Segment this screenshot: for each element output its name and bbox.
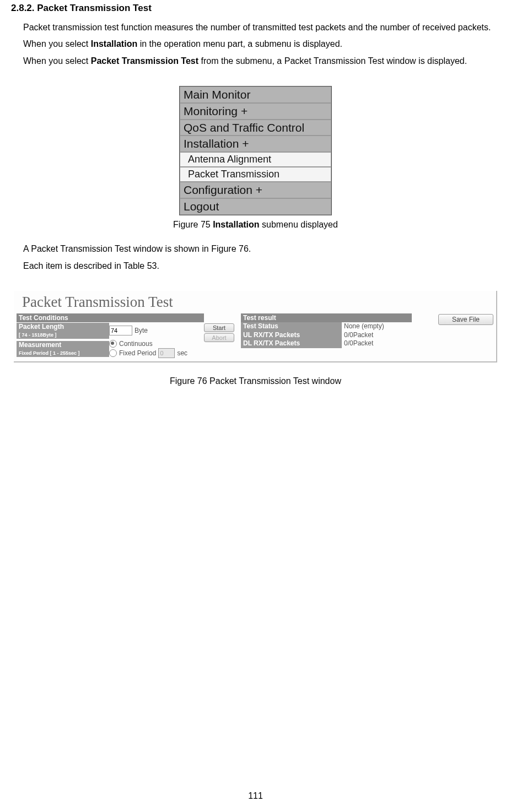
text-bold: Packet Transmission Test (91, 56, 198, 66)
test-conditions-header: Test Conditions (17, 313, 204, 322)
figure-75-caption: Figure 75 Installation submenu displayed (11, 220, 500, 230)
dl-packets-value: 0/0Packet (342, 339, 412, 348)
ul-packets-label: UL RX/TX Packets (241, 331, 342, 340)
continuous-label: Continuous (119, 340, 153, 348)
test-conditions-panel: Test Conditions Packet Length [ 74 - 151… (17, 313, 204, 359)
text: Packet Length (19, 323, 64, 331)
section-heading: 2.8.2. Packet Transmission Test (11, 3, 500, 14)
fixed-period-input[interactable] (158, 348, 175, 358)
start-button[interactable]: Start (204, 323, 234, 332)
save-file-button[interactable]: Save File (438, 314, 493, 325)
paragraph-5: Each item is described in Table 53. (11, 258, 500, 274)
operation-menu: Main Monitor Monitoring + QoS and Traffi… (179, 86, 332, 215)
ul-packets-value: 0/0Packet (342, 331, 412, 340)
menu-monitoring[interactable]: Monitoring + (180, 103, 331, 120)
save-area: Save File (412, 313, 493, 325)
fixed-period-label: Fixed Period (119, 349, 156, 357)
text: Figure 75 (173, 220, 213, 229)
paragraph-2: When you select Installation in the oper… (11, 36, 500, 52)
menu-main-monitor[interactable]: Main Monitor (180, 86, 331, 103)
page-number: 111 (0, 791, 511, 801)
paragraph-3: When you select Packet Transmission Test… (11, 53, 500, 69)
figure-76: Packet Transmission Test Test Conditions… (14, 291, 497, 362)
menu-logout[interactable]: Logout (180, 198, 331, 215)
fixed-period-unit: sec (177, 349, 187, 357)
packet-length-input[interactable] (109, 326, 132, 335)
figure-75: Main Monitor Monitoring + QoS and Traffi… (11, 86, 500, 215)
text-bold: Installation (213, 220, 259, 229)
window-title: Packet Transmission Test (14, 291, 496, 313)
menu-antenna-alignment[interactable]: Antenna Alignment (180, 152, 331, 167)
fixed-period-radio[interactable] (109, 349, 117, 357)
text: submenu displayed (260, 220, 338, 229)
menu-installation[interactable]: Installation + (180, 136, 331, 152)
abort-button[interactable]: Abort (204, 333, 234, 342)
continuous-radio[interactable] (109, 340, 117, 348)
measurement-label: Measurement Fixed Period [ 1 - 255sec ] (17, 341, 109, 357)
text: Fixed Period [ 1 - 255sec ] (19, 350, 80, 356)
text: When you select (23, 56, 91, 66)
packet-length-label: Packet Length [ 74 - 1518Byte ] (17, 323, 109, 339)
text: Measurement (19, 341, 61, 349)
menu-configuration[interactable]: Configuration + (180, 182, 331, 198)
dl-packets-label: DL RX/TX Packets (241, 339, 342, 348)
menu-qos[interactable]: QoS and Traffic Control (180, 120, 331, 136)
text: When you select (23, 39, 91, 48)
test-status-value: None (empty) (342, 322, 412, 331)
text: in the operation menu part, a submenu is… (137, 39, 342, 48)
paragraph-1: Packet transmission test function measur… (11, 19, 500, 36)
test-status-label: Test Status (241, 322, 342, 331)
packet-length-unit: Byte (135, 327, 148, 334)
test-result-header: Test result (241, 313, 412, 322)
text-bold: Installation (91, 39, 137, 48)
figure-76-caption: Figure 76 Packet Transmission Test windo… (11, 376, 500, 386)
text: [ 74 - 1518Byte ] (19, 332, 57, 338)
test-result-panel: Test result Test Status None (empty) UL … (241, 313, 412, 348)
action-buttons: Start Abort (204, 313, 234, 342)
paragraph-4: A Packet Transmission Test window is sho… (11, 241, 500, 257)
text: from the submenu, a Packet Transmission … (198, 56, 467, 66)
menu-packet-transmission[interactable]: Packet Transmission (180, 167, 331, 182)
